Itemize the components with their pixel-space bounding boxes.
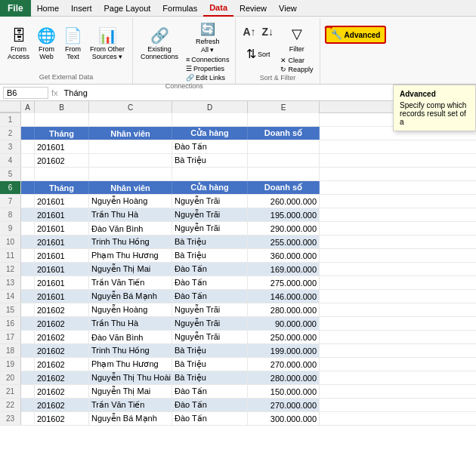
table-row[interactable]: 18201602Trinh Thu HồngBà Triệu199.000.00… bbox=[0, 344, 476, 358]
cell[interactable]: Trần Thu Hà bbox=[89, 208, 172, 221]
from-web-button[interactable]: 🌐 FromWeb bbox=[34, 21, 59, 66]
cell[interactable]: Trinh Thu Hồng bbox=[89, 236, 172, 248]
cell[interactable]: 270.000.000 bbox=[248, 358, 320, 371]
cell[interactable]: Nguyễn Trãi bbox=[172, 303, 248, 316]
table-row[interactable]: 22201602Trần Văn TiếnĐào Tấn270.000.000 bbox=[0, 399, 476, 412]
table-row[interactable]: 8201601Trần Thu HàNguyễn Trãi195.000.000 bbox=[0, 208, 476, 222]
table-row[interactable]: 7201601Nguyễn HoàngNguyễn Trãi260.000.00… bbox=[0, 195, 476, 208]
cell[interactable]: Đào Văn Bình bbox=[89, 331, 172, 343]
cell[interactable] bbox=[248, 154, 320, 167]
cell[interactable]: Nguyễn Bá Mạnh bbox=[89, 412, 172, 425]
cell[interactable]: Đào Tấn bbox=[172, 263, 248, 276]
cell[interactable] bbox=[89, 113, 172, 126]
cell[interactable]: Đào Tấn bbox=[172, 140, 248, 153]
cell[interactable] bbox=[35, 113, 89, 126]
col-header-e[interactable]: E bbox=[248, 101, 320, 113]
cell[interactable] bbox=[35, 168, 89, 180]
cell[interactable]: Nguyễn Trãi bbox=[172, 331, 248, 343]
table-row[interactable]: 23201602Nguyễn Bá MạnhĐào Tấn300.000.000 bbox=[0, 412, 476, 426]
cell[interactable]: Cửa hàng bbox=[172, 127, 248, 140]
cell[interactable]: 201602 bbox=[35, 303, 89, 316]
cell[interactable] bbox=[21, 195, 35, 208]
view-menu[interactable]: View bbox=[273, 0, 303, 17]
cell[interactable] bbox=[21, 276, 35, 289]
cell[interactable] bbox=[21, 412, 35, 425]
cell[interactable]: Phạm Thu Hương bbox=[89, 358, 172, 371]
cell[interactable]: 280.000.000 bbox=[248, 371, 320, 384]
clear-button[interactable]: ✕ Clear bbox=[279, 56, 315, 65]
cell[interactable]: Doanh số bbox=[248, 181, 320, 194]
cell[interactable] bbox=[248, 113, 320, 126]
cell[interactable]: Trần Văn Tiến bbox=[89, 399, 172, 411]
cell[interactable]: Tháng bbox=[35, 181, 89, 194]
cell[interactable]: Bà Triệu bbox=[172, 344, 248, 357]
cell[interactable] bbox=[21, 344, 35, 357]
existing-connections-button[interactable]: 🔗 ExistingConnections bbox=[138, 21, 181, 66]
cell[interactable]: 201601 bbox=[35, 263, 89, 276]
cell[interactable]: Đào Tấn bbox=[172, 290, 248, 303]
properties-button[interactable]: ☰ Properties bbox=[184, 64, 230, 73]
table-row[interactable]: 16201602Trần Thu HàNguyễn Trãi90.000.000 bbox=[0, 317, 476, 331]
cell[interactable]: Nguyễn Trãi bbox=[172, 208, 248, 221]
cell[interactable] bbox=[21, 249, 35, 262]
cell[interactable] bbox=[21, 331, 35, 343]
page-layout-menu[interactable]: Page Layout bbox=[98, 0, 157, 17]
cell[interactable]: 201601 bbox=[35, 276, 89, 289]
cell[interactable]: Nguyễn Trãi bbox=[172, 317, 248, 330]
col-header-c[interactable]: C bbox=[89, 101, 172, 113]
table-row[interactable]: 20201602Nguyễn Thị Thu HoàiBà Triệu280.0… bbox=[0, 371, 476, 385]
edit-links-button[interactable]: 🔗 Edit Links bbox=[184, 73, 230, 82]
cell[interactable]: 270.000.000 bbox=[248, 399, 320, 411]
cell[interactable]: 255.000.000 bbox=[248, 236, 320, 248]
cell[interactable]: Nhân viên bbox=[89, 127, 172, 140]
table-row[interactable]: 9201601Đào Văn BìnhNguyễn Trãi290.000.00… bbox=[0, 222, 476, 236]
cell[interactable]: 201602 bbox=[35, 344, 89, 357]
cell[interactable]: 201602 bbox=[35, 399, 89, 411]
cell[interactable]: Nguyễn Thị Mai bbox=[89, 263, 172, 276]
cell[interactable]: Đào Tấn bbox=[172, 412, 248, 425]
table-row[interactable]: 3201601Đào Tấn bbox=[0, 140, 476, 154]
cell[interactable] bbox=[248, 168, 320, 180]
cell[interactable]: Đào Tấn bbox=[172, 399, 248, 411]
cell[interactable] bbox=[21, 371, 35, 384]
cell[interactable]: 201602 bbox=[35, 317, 89, 330]
col-header-a[interactable]: A bbox=[21, 101, 35, 113]
cell[interactable]: Nguyễn Trãi bbox=[172, 222, 248, 235]
cell[interactable]: 195.000.000 bbox=[248, 208, 320, 221]
cell[interactable]: Trần Văn Tiến bbox=[89, 276, 172, 289]
cell[interactable]: Nguyễn Thị Thu Hoài bbox=[89, 371, 172, 384]
cell[interactable]: Đào Tấn bbox=[172, 385, 248, 398]
cell[interactable]: 201601 bbox=[35, 249, 89, 262]
from-access-button[interactable]: 🗄 FromAccess bbox=[5, 21, 32, 66]
cell[interactable]: 290.000.000 bbox=[248, 222, 320, 235]
cell[interactable]: 275.000.000 bbox=[248, 276, 320, 289]
cell[interactable]: Trinh Thu Hồng bbox=[89, 344, 172, 357]
table-row[interactable]: 21201602Nguyễn Thị MaiĐào Tấn150.000.000 bbox=[0, 385, 476, 399]
cell[interactable]: 146.000.000 bbox=[248, 290, 320, 303]
insert-menu[interactable]: Insert bbox=[65, 0, 98, 17]
cell[interactable]: 201601 bbox=[35, 140, 89, 153]
cell[interactable]: Nguyễn Bá Mạnh bbox=[89, 290, 172, 303]
cell[interactable]: 280.000.000 bbox=[248, 303, 320, 316]
table-row[interactable]: 6ThángNhân viênCửa hàngDoanh số bbox=[0, 181, 476, 195]
table-row[interactable]: 4201602Bà Triệu bbox=[0, 154, 476, 168]
cell[interactable] bbox=[21, 181, 35, 194]
cell[interactable]: 201602 bbox=[35, 331, 89, 343]
from-text-button[interactable]: 📄 FromText bbox=[60, 21, 85, 66]
sort-az-button[interactable]: A↑ bbox=[240, 24, 258, 39]
cell[interactable] bbox=[172, 168, 248, 180]
cell[interactable]: 169.000.000 bbox=[248, 263, 320, 276]
connections-button[interactable]: ≡ Connections bbox=[184, 55, 230, 64]
cell[interactable] bbox=[21, 399, 35, 411]
cell[interactable]: 201602 bbox=[35, 371, 89, 384]
from-other-sources-button[interactable]: 📊 From OtherSources ▾ bbox=[87, 21, 128, 66]
cell[interactable]: 201601 bbox=[35, 195, 89, 208]
cell[interactable] bbox=[89, 140, 172, 153]
cell[interactable] bbox=[21, 222, 35, 235]
cell[interactable] bbox=[89, 154, 172, 167]
cell[interactable]: 201601 bbox=[35, 236, 89, 248]
cell[interactable]: 360.000.000 bbox=[248, 249, 320, 262]
cell[interactable]: Nhân viên bbox=[89, 181, 172, 194]
cell[interactable] bbox=[21, 290, 35, 303]
cell[interactable]: 90.000.000 bbox=[248, 317, 320, 330]
